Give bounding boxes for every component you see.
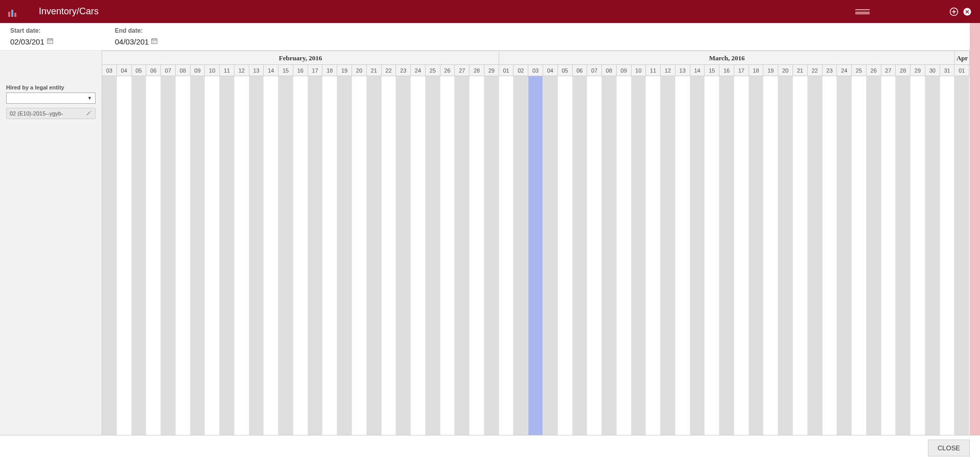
- day-column[interactable]: [308, 76, 323, 435]
- day-header-cell[interactable]: 09: [191, 65, 205, 76]
- day-header-cell[interactable]: 05: [558, 65, 573, 76]
- day-header-cell[interactable]: 15: [278, 65, 293, 76]
- day-column[interactable]: [322, 76, 337, 435]
- day-column[interactable]: [675, 76, 690, 435]
- day-header-cell[interactable]: 24: [837, 65, 852, 76]
- day-header-cell[interactable]: 25: [852, 65, 867, 76]
- day-column[interactable]: [382, 76, 396, 435]
- day-column[interactable]: [911, 76, 925, 435]
- day-column[interactable]: [470, 76, 484, 435]
- day-header-cell[interactable]: 15: [705, 65, 719, 76]
- day-header-cell[interactable]: 13: [675, 65, 690, 76]
- legal-entity-select[interactable]: [6, 93, 96, 104]
- day-header-cell[interactable]: 26: [440, 65, 455, 76]
- day-column[interactable]: [881, 76, 896, 435]
- day-header-cell[interactable]: 13: [249, 65, 264, 76]
- day-header-cell[interactable]: 07: [587, 65, 602, 76]
- day-header-cell[interactable]: 04: [543, 65, 558, 76]
- day-header-cell[interactable]: 08: [602, 65, 617, 76]
- day-column[interactable]: [440, 76, 455, 435]
- day-column[interactable]: [734, 76, 749, 435]
- day-column[interactable]: [264, 76, 278, 435]
- day-header-cell[interactable]: 27: [455, 65, 470, 76]
- day-header-cell[interactable]: 06: [146, 65, 161, 76]
- day-header-cell[interactable]: 01: [954, 65, 969, 76]
- day-header-cell[interactable]: 28: [896, 65, 911, 76]
- day-header-cell[interactable]: 02: [514, 65, 528, 76]
- day-column[interactable]: [220, 76, 235, 435]
- day-column[interactable]: [191, 76, 205, 435]
- day-column[interactable]: [161, 76, 176, 435]
- day-header-cell[interactable]: 16: [719, 65, 734, 76]
- day-column[interactable]: [543, 76, 558, 435]
- day-header-cell[interactable]: 16: [293, 65, 308, 76]
- day-header-cell[interactable]: 22: [382, 65, 396, 76]
- day-column[interactable]: [484, 76, 499, 435]
- add-icon[interactable]: [949, 7, 959, 16]
- day-column[interactable]: [117, 76, 132, 435]
- day-header-cell[interactable]: 19: [763, 65, 778, 76]
- day-header-cell[interactable]: 30: [925, 65, 940, 76]
- day-column[interactable]: [705, 76, 719, 435]
- day-header-cell[interactable]: 20: [352, 65, 367, 76]
- day-column[interactable]: [235, 76, 249, 435]
- day-header-cell[interactable]: 25: [426, 65, 440, 76]
- day-column[interactable]: [925, 76, 940, 435]
- day-column[interactable]: [587, 76, 602, 435]
- day-column[interactable]: [411, 76, 426, 435]
- day-column[interactable]: [573, 76, 588, 435]
- entity-list-item[interactable]: 02 (E10)-2015--ygyb-: [6, 108, 96, 119]
- day-header-cell[interactable]: 17: [308, 65, 323, 76]
- day-header-cell[interactable]: 06: [573, 65, 588, 76]
- day-header-cell[interactable]: 09: [617, 65, 632, 76]
- day-header-cell[interactable]: 12: [661, 65, 675, 76]
- day-column[interactable]: [602, 76, 617, 435]
- day-column[interactable]: [778, 76, 793, 435]
- day-column[interactable]: [205, 76, 220, 435]
- day-column[interactable]: [558, 76, 573, 435]
- day-column[interactable]: [396, 76, 411, 435]
- day-column[interactable]: [514, 76, 528, 435]
- day-header-cell[interactable]: 20: [778, 65, 793, 76]
- day-header-cell[interactable]: 03: [102, 65, 117, 76]
- day-header-cell[interactable]: 21: [793, 65, 808, 76]
- day-header-cell[interactable]: 01: [499, 65, 514, 76]
- day-column[interactable]: [528, 76, 543, 435]
- close-button[interactable]: CLOSE: [928, 440, 970, 456]
- day-column[interactable]: [499, 76, 514, 435]
- calendar-icon[interactable]: [151, 37, 158, 46]
- day-column[interactable]: [352, 76, 367, 435]
- drag-handle-icon[interactable]: [855, 9, 870, 14]
- day-header-cell[interactable]: 31: [940, 65, 955, 76]
- day-header-cell[interactable]: 03: [528, 65, 543, 76]
- day-column[interactable]: [176, 76, 191, 435]
- start-date-value[interactable]: 02/03/201: [10, 37, 44, 46]
- day-header-cell[interactable]: 10: [632, 65, 646, 76]
- gantt-body[interactable]: [102, 76, 970, 435]
- day-column[interactable]: [455, 76, 470, 435]
- edit-icon[interactable]: [86, 110, 92, 117]
- day-column[interactable]: [661, 76, 675, 435]
- day-column[interactable]: [940, 76, 955, 435]
- day-header-cell[interactable]: 18: [749, 65, 764, 76]
- day-header-cell[interactable]: 19: [337, 65, 352, 76]
- day-column[interactable]: [837, 76, 852, 435]
- day-column[interactable]: [823, 76, 837, 435]
- day-header-cell[interactable]: 27: [881, 65, 896, 76]
- day-column[interactable]: [749, 76, 764, 435]
- day-header-cell[interactable]: 24: [411, 65, 426, 76]
- day-column[interactable]: [808, 76, 823, 435]
- day-column[interactable]: [426, 76, 440, 435]
- day-column[interactable]: [867, 76, 881, 435]
- calendar-icon[interactable]: [46, 37, 54, 46]
- day-column[interactable]: [102, 76, 117, 435]
- day-header-cell[interactable]: 08: [176, 65, 191, 76]
- day-header-cell[interactable]: 07: [161, 65, 176, 76]
- day-column[interactable]: [896, 76, 911, 435]
- day-header-cell[interactable]: 28: [470, 65, 484, 76]
- day-column[interactable]: [367, 76, 382, 435]
- day-column[interactable]: [132, 76, 147, 435]
- day-header-cell[interactable]: 11: [646, 65, 661, 76]
- day-column[interactable]: [793, 76, 808, 435]
- day-column[interactable]: [337, 76, 352, 435]
